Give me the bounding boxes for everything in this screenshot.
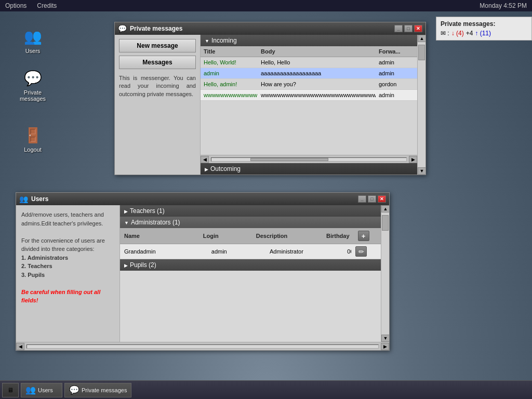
outcoming-label: Outcoming (210, 165, 241, 172)
msg-title-2: Hello, admin! (201, 80, 258, 88)
th-name: Name (120, 232, 199, 240)
vscroll-down-btn[interactable]: ▼ (418, 167, 425, 175)
vscroll-track[interactable] (418, 42, 425, 167)
users-vscroll-up-btn[interactable]: ▲ (381, 205, 389, 212)
desktop-icon-users[interactable]: 👥 Users (15, 26, 51, 54)
taskbar-users-icon: 👥 (25, 385, 36, 395)
users-hscroll-track[interactable] (26, 344, 379, 349)
notif-up: ↑ (11) (475, 30, 491, 37)
taskbar-start-icon: 🖥 (7, 387, 14, 394)
logout-icon: 🚪 (22, 125, 43, 145)
notification-panel: Private messages: ✉ : ↓ (4) +4 ↑ (11) (436, 17, 532, 41)
th-description: Description (252, 232, 322, 240)
users-categories: For the convenience of users are divided… (21, 236, 114, 280)
notif-envelope-icon: ✉ : (441, 30, 449, 37)
hscroll-thumb[interactable] (250, 158, 328, 161)
menu-options[interactable]: Options (0, 1, 32, 10)
taskbar: 🖥 👥 Users 💬 Private messages (0, 380, 532, 399)
messages-list: Hello, World! Hello, Hello admin admin a… (201, 57, 417, 155)
desktop-icon-logout[interactable]: 🚪 Logout (15, 125, 51, 153)
taskbar-pm[interactable]: 💬 Private messages (64, 383, 131, 397)
users-sidebar: Add/remove users, teachers and admins.Ed… (16, 205, 120, 342)
hscroll-right-btn[interactable]: ▶ (409, 156, 417, 163)
pm-titlebar[interactable]: 💬 Private messages _ □ ✕ (115, 22, 425, 35)
taskbar-pm-icon: 💬 (69, 385, 79, 395)
users-vscroll-thumb[interactable] (382, 215, 389, 231)
pm-close-btn[interactable]: ✕ (414, 25, 422, 32)
user-name: Grandadmin (120, 247, 207, 256)
users-hscrollbar[interactable]: ◀ ▶ (16, 342, 389, 350)
users-hscroll-right[interactable]: ▶ (381, 343, 389, 350)
taskbar-start-button[interactable]: 🖥 (2, 383, 19, 397)
message-row[interactable]: Hello, admin! How are you? gordon (201, 79, 417, 90)
teachers-toggle-icon (124, 207, 128, 215)
pm-hscrollbar[interactable]: ◀ ▶ (201, 155, 417, 163)
msg-forward-0: admin (376, 58, 417, 66)
pm-title-text: Private messages (130, 25, 394, 32)
th-body: Body (258, 47, 376, 56)
admins-section[interactable]: Administrators (1) (120, 217, 381, 228)
message-row[interactable]: admin aaaaaaaaaaaaaaaaaaa admin (201, 68, 417, 79)
teachers-label: Teachers (1) (130, 207, 165, 215)
message-row[interactable]: Hello, World! Hello, Hello admin (201, 57, 417, 68)
pm-window: 💬 Private messages _ □ ✕ New message Mes… (114, 22, 426, 175)
users-vscroll-track[interactable] (381, 212, 389, 335)
notif-title: Private messages: (441, 20, 527, 28)
outcoming-header[interactable]: Outcoming (201, 163, 417, 175)
th-login: Login (199, 232, 252, 240)
pm-maximize-btn[interactable]: □ (404, 25, 413, 32)
add-user-button[interactable]: + (358, 231, 369, 241)
users-vscroll-down-btn[interactable]: ▼ (381, 335, 389, 342)
pm-title-icon: 💬 (118, 24, 127, 33)
menu-credits[interactable]: Credits (32, 1, 62, 10)
hscroll-left-btn[interactable]: ◀ (201, 156, 209, 163)
th-forward: Forwa... (376, 47, 417, 56)
users-vscrollbar[interactable]: ▲ ▼ (381, 205, 389, 342)
taskbar-users[interactable]: 👥 Users (21, 383, 62, 397)
notif-plus: +4 (466, 30, 473, 37)
admins-label: Administrators (1) (131, 219, 180, 226)
new-message-button[interactable]: New message (119, 39, 196, 52)
desktop-icon-pm[interactable]: 💬 Privatemessages (15, 68, 51, 102)
msg-title-1: admin (201, 69, 258, 77)
users-maximize-btn[interactable]: □ (368, 195, 376, 203)
msg-title-3: wwwwwwwwwwwww (201, 91, 258, 99)
users-hscroll-left[interactable]: ◀ (16, 343, 24, 350)
vscroll-thumb[interactable] (418, 45, 425, 60)
message-row[interactable]: wwwwwwwwwwwww wwwwwwwwwwwwwwwwwwwwwwwwww… (201, 90, 417, 101)
vscroll-up-btn[interactable]: ▲ (418, 35, 425, 42)
admins-toggle-icon (124, 219, 129, 226)
users-titlebar[interactable]: 👥 Users _ □ ✕ (16, 193, 389, 205)
pm-vscrollbar[interactable]: ▲ ▼ (417, 35, 425, 175)
pm-sidebar: New message Messages This is messenger. … (115, 35, 201, 175)
pm-minimize-btn[interactable]: _ (394, 25, 403, 32)
users-close-btn[interactable]: ✕ (378, 195, 386, 203)
pupils-section[interactable]: Pupils (2) (120, 259, 381, 271)
logout-icon-label: Logout (24, 147, 42, 153)
hscroll-track[interactable] (211, 157, 407, 162)
pm-content: Incoming Title Body Forwa... Hello, Worl… (201, 35, 417, 175)
pm-icon-label: Privatemessages (20, 89, 46, 102)
users-minimize-btn[interactable]: _ (358, 195, 366, 203)
users-window-controls: _ □ ✕ (358, 195, 386, 203)
incoming-label: Incoming (211, 37, 237, 44)
pm-icon: 💬 (22, 68, 43, 88)
notif-row: ✉ : ↓ (4) +4 ↑ (11) (441, 30, 527, 37)
messages-button[interactable]: Messages (119, 56, 196, 69)
users-icon: 👥 (22, 26, 43, 47)
user-birthday: 00-00-00 (343, 247, 351, 256)
clock: Monday 4:52 PM (474, 1, 532, 10)
th-birthday: Birthday (322, 232, 354, 240)
users-title-text: Users (31, 195, 358, 203)
teachers-section[interactable]: Teachers (1) (120, 205, 381, 217)
outcoming-toggle-icon (205, 165, 208, 172)
users-table-header: Name Login Description Birthday + (120, 228, 381, 244)
users-icon-label: Users (25, 48, 41, 54)
user-row[interactable]: Grandadmin admin Administrator 00-00-00 … (120, 244, 381, 259)
edit-user-button[interactable]: ✏ (355, 246, 367, 257)
pupils-toggle-icon (124, 261, 128, 269)
incoming-header[interactable]: Incoming (201, 35, 417, 46)
taskbar-users-label: Users (38, 387, 53, 393)
msg-forward-1: admin (376, 69, 417, 77)
user-actions: ✏ (351, 245, 381, 258)
